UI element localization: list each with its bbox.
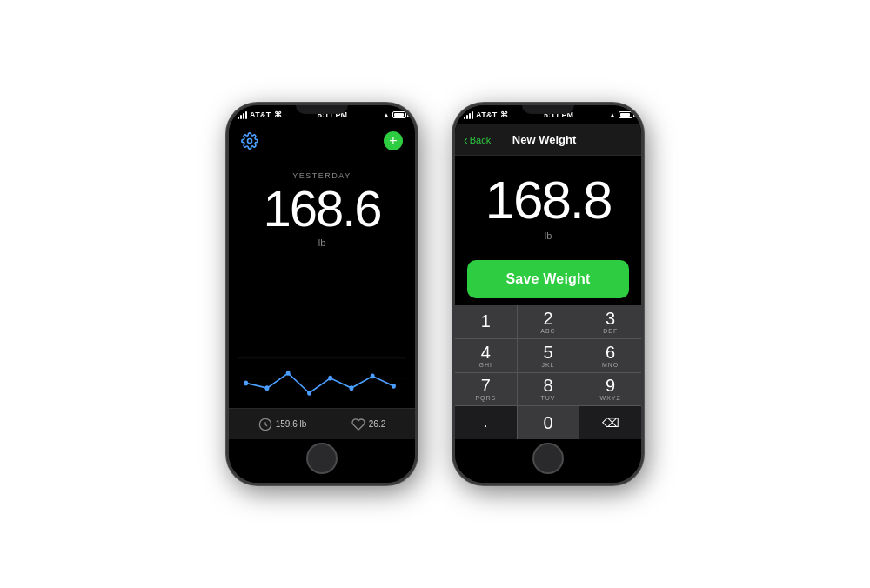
signal-bars-2 [464,110,473,119]
nav-bar-2: ‹ Back New Weight [455,124,641,156]
svg-point-7 [307,391,311,396]
health-icon [351,418,365,431]
save-weight-label: Save Weight [505,271,590,287]
key-4[interactable]: 4 GHI [455,339,517,372]
carrier-1: AT&T ⌘ [238,110,282,119]
time-1: 5:11 PM [318,110,347,119]
status-bar-2: AT&T ⌘ 5:11 PM ▲ [455,105,641,124]
key-1[interactable]: 1 [455,305,517,338]
status-bar-1: AT&T ⌘ 5:11 PM ▲ [229,105,415,124]
weight-stat-value: 159.6 lb [276,419,307,429]
key-7[interactable]: 7 PQRS [455,373,517,406]
chart-area [229,338,415,408]
svg-point-0 [248,139,252,144]
numpad: 1 2 ABC 3 DEF 4 GHI 5 JKL 6 MNO [455,305,641,439]
wifi-icon-1: ⌘ [274,110,282,119]
back-button[interactable]: ‹ Back [464,134,491,146]
battery-icon-1 [392,111,406,118]
key-dot[interactable]: . [455,406,517,439]
svg-point-8 [328,376,332,381]
phone-1: AT&T ⌘ 5:11 PM ▲ + YESTERDAY [226,103,418,485]
back-chevron-icon: ‹ [464,134,468,146]
key-9[interactable]: 9 WXYZ [579,373,641,406]
weight-stat: 159.6 lb [258,418,307,431]
key-5[interactable]: 5 JKL [518,339,579,372]
phone-2: AT&T ⌘ 5:11 PM ▲ ‹ Back New Weight 168.8… [452,103,644,485]
backspace-icon: ⌫ [602,416,619,430]
wifi-icon-2: ⌘ [500,110,508,119]
screen-1: + YESTERDAY 168.6 lb [229,124,415,483]
key-2[interactable]: 2 ABC [518,305,579,338]
weight-display-2: 168.8 lb [455,156,641,250]
key-6[interactable]: 6 MNO [579,339,641,372]
key-0[interactable]: 0 [518,406,579,439]
home-button-2[interactable] [532,443,564,474]
nav-bar-1: + [229,124,415,154]
bmi-stat-value: 26.2 [369,419,385,429]
weight-unit-1: lb [318,237,326,248]
back-label[interactable]: Back [470,135,491,145]
key-3[interactable]: 3 DEF [579,305,641,338]
nav-title: New Weight [512,133,576,146]
add-button[interactable]: + [384,131,403,150]
battery-area-1: ▲ [383,111,406,119]
svg-point-10 [371,374,375,379]
screen-2: ‹ Back New Weight 168.8 lb Save Weight 1… [455,124,641,483]
carrier-2: AT&T ⌘ [464,110,508,119]
weight-display-1: YESTERDAY 168.6 lb [229,154,415,338]
home-button-1[interactable] [306,443,338,474]
svg-point-9 [350,385,354,391]
weight-value-1: 168.6 [263,184,380,234]
battery-icon-2 [619,111,632,118]
bottom-bar-1: 159.6 lb 26.2 [229,408,415,439]
svg-point-11 [392,384,396,389]
signal-bars-1 [238,110,247,119]
signal-icon-1: ▲ [383,111,390,119]
svg-point-6 [286,371,291,376]
signal-icon-2: ▲ [609,111,616,119]
yesterday-label: YESTERDAY [292,171,351,180]
scale-icon [258,418,272,431]
weight-unit-2: lb [545,231,552,241]
svg-point-4 [244,381,248,386]
battery-area-2: ▲ [609,111,632,119]
weight-value-2: 168.8 [485,173,611,227]
time-2: 5:11 PM [544,110,573,119]
settings-button[interactable] [241,132,258,150]
weight-chart [238,338,406,408]
key-8[interactable]: 8 TUV [518,373,579,406]
key-backspace[interactable]: ⌫ [579,406,641,439]
save-weight-button[interactable]: Save Weight [467,260,629,298]
bmi-stat: 26.2 [351,418,385,431]
svg-point-5 [265,385,270,391]
